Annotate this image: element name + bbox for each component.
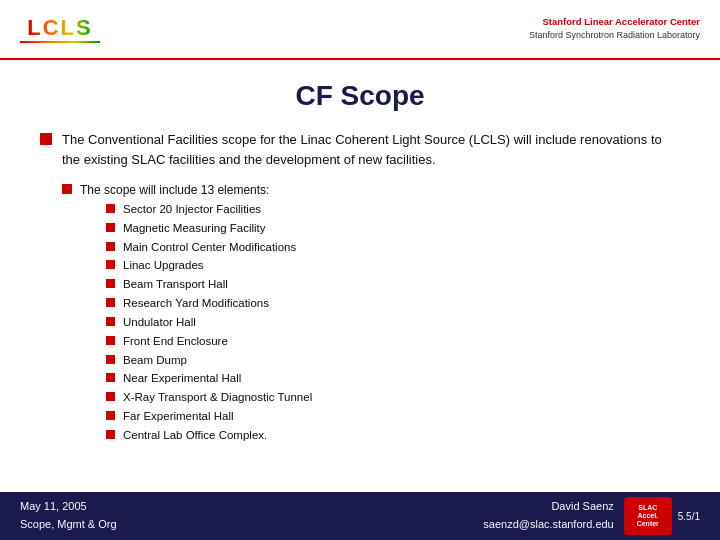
item-text: Front End Enclosure	[123, 333, 228, 351]
item-text: Magnetic Measuring Facility	[123, 220, 266, 238]
sub-bullet-icon	[62, 184, 72, 194]
item-text: Undulator Hall	[123, 314, 196, 332]
item-text: Main Control Center Modifications	[123, 239, 296, 257]
list-item: Central Lab Office Complex.	[106, 427, 680, 445]
footer: May 11, 2005 Scope, Mgmt & Org David Sae…	[0, 492, 720, 540]
footer-right: David Saenz saenzd@slac.stanford.edu	[483, 498, 613, 533]
header: LCLS Stanford Linear Accelerator Center …	[0, 0, 720, 60]
page-title: CF Scope	[40, 80, 680, 112]
item-bullet-icon	[106, 260, 115, 269]
item-bullet-icon	[106, 242, 115, 251]
main-bullet-icon	[40, 133, 52, 145]
list-item: Far Experimental Hall	[106, 408, 680, 426]
item-bullet-icon	[106, 355, 115, 364]
list-item: Research Yard Modifications	[106, 295, 680, 313]
item-text: Near Experimental Hall	[123, 370, 241, 388]
org-line2: Stanford Synchrotron Radiation Laborator…	[529, 29, 700, 43]
item-bullet-icon	[106, 336, 115, 345]
slide: LCLS Stanford Linear Accelerator Center …	[0, 0, 720, 540]
item-bullet-icon	[106, 392, 115, 401]
item-bullet-icon	[106, 373, 115, 382]
list-item: Sector 20 Injector Facilities	[106, 201, 680, 219]
list-item: Near Experimental Hall	[106, 370, 680, 388]
item-bullet-icon	[106, 317, 115, 326]
item-bullet-icon	[106, 430, 115, 439]
list-item: Front End Enclosure	[106, 333, 680, 351]
list-item: Beam Dump	[106, 352, 680, 370]
item-bullet-icon	[106, 223, 115, 232]
list-item: Undulator Hall	[106, 314, 680, 332]
sub-intro-text: The scope will include 13 elements:	[80, 181, 269, 199]
item-text: Linac Upgrades	[123, 257, 204, 275]
list-item: Main Control Center Modifications	[106, 239, 680, 257]
item-bullet-icon	[106, 411, 115, 420]
list-item: Beam Transport Hall	[106, 276, 680, 294]
footer-right-group: David Saenz saenzd@slac.stanford.edu SLA…	[483, 497, 700, 535]
footer-date: May 11, 2005	[20, 498, 117, 516]
logo-underline	[20, 41, 100, 43]
footer-email: saenzd@slac.stanford.edu	[483, 516, 613, 534]
footer-logo-text: SLACAccel.Center	[637, 504, 659, 527]
items-list: Sector 20 Injector FacilitiesMagnetic Me…	[106, 201, 680, 445]
item-text: Research Yard Modifications	[123, 295, 269, 313]
main-paragraph: The Conventional Facilities scope for th…	[62, 130, 680, 169]
main-bullet-row: The Conventional Facilities scope for th…	[40, 130, 680, 169]
logo-lcls: LCLS	[20, 15, 100, 43]
list-item: Magnetic Measuring Facility	[106, 220, 680, 238]
logo-area: LCLS	[20, 15, 100, 43]
list-item: X-Ray Transport & Diagnostic Tunnel	[106, 389, 680, 407]
item-text: Far Experimental Hall	[123, 408, 234, 426]
sub-bullet-row: The scope will include 13 elements:	[62, 181, 680, 199]
item-text: Beam Dump	[123, 352, 187, 370]
header-right: Stanford Linear Accelerator Center Stanf…	[529, 15, 700, 43]
item-bullet-icon	[106, 298, 115, 307]
footer-section: Scope, Mgmt & Org	[20, 516, 117, 534]
footer-author: David Saenz	[483, 498, 613, 516]
item-bullet-icon	[106, 204, 115, 213]
slide-number: 5.5/1	[678, 511, 700, 522]
footer-left: May 11, 2005 Scope, Mgmt & Org	[20, 498, 117, 533]
slide-content: CF Scope The Conventional Facilities sco…	[0, 60, 720, 492]
logo-text: LCLS	[27, 15, 92, 41]
item-bullet-icon	[106, 279, 115, 288]
sub-section: The scope will include 13 elements: Sect…	[62, 181, 680, 445]
item-text: Beam Transport Hall	[123, 276, 228, 294]
org-line1: Stanford Linear Accelerator Center	[529, 15, 700, 29]
item-text: Sector 20 Injector Facilities	[123, 201, 261, 219]
item-text: Central Lab Office Complex.	[123, 427, 267, 445]
list-item: Linac Upgrades	[106, 257, 680, 275]
item-text: X-Ray Transport & Diagnostic Tunnel	[123, 389, 312, 407]
footer-logo: SLACAccel.Center	[624, 497, 672, 535]
